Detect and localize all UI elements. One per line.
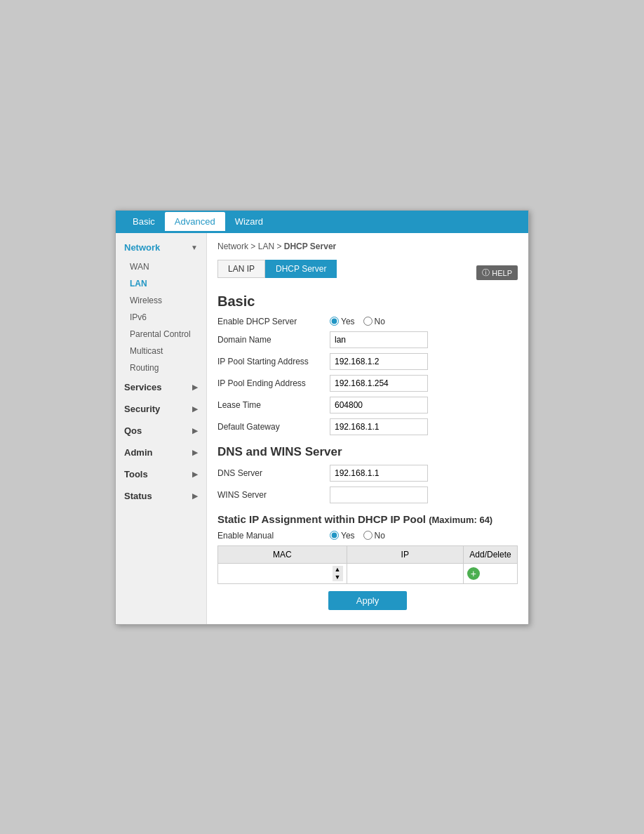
dns-server-row: DNS Server (217, 465, 518, 482)
dns-server-label: DNS Server (217, 468, 330, 478)
default-gateway-label: Default Gateway (217, 422, 330, 432)
enable-manual-yes[interactable]: Yes (330, 531, 355, 541)
chevron-right-icon: ▶ (192, 427, 198, 435)
sidebar-sub-lan[interactable]: LAN (116, 275, 206, 292)
dns-server-input[interactable] (330, 465, 428, 482)
sidebar-item-tools[interactable]: Tools ▶ (116, 463, 206, 485)
add-row-button[interactable]: + (467, 567, 480, 580)
sidebar-sub-multicast[interactable]: Multicast (116, 343, 206, 359)
wins-server-input[interactable] (330, 486, 428, 503)
domain-name-label: Domain Name (217, 335, 330, 345)
sidebar-item-network[interactable]: Network ▼ (116, 237, 206, 258)
sidebar-item-qos[interactable]: Qos ▶ (116, 420, 206, 442)
enable-dhcp-radio-group: Yes No (330, 317, 385, 326)
chevron-down-icon: ▼ (191, 244, 198, 251)
ip-input[interactable] (351, 567, 459, 580)
breadcrumb-lan: LAN (258, 241, 274, 251)
chevron-right-icon: ▶ (192, 383, 198, 391)
enable-dhcp-label: Enable DHCP Server (217, 317, 330, 326)
enable-manual-yes-radio[interactable] (330, 531, 339, 540)
mac-cell: ▲ ▼ (218, 563, 347, 583)
sidebar-sub-parental-control[interactable]: Parental Control (116, 326, 206, 343)
enable-manual-row: Enable Manual Yes No (217, 531, 518, 541)
sidebar-section-network: Network ▼ WAN LAN Wireless IPv6 Parental… (116, 237, 206, 376)
static-ip-table: MAC IP Add/Delete ▲ (217, 545, 518, 584)
default-gateway-input[interactable] (330, 418, 428, 435)
chevron-right-icon: ▶ (192, 470, 198, 478)
mac-stepper-down[interactable]: ▼ (333, 574, 343, 581)
dns-wins-title: DNS and WINS Server (217, 445, 518, 459)
body-layout: Network ▼ WAN LAN Wireless IPv6 Parental… (116, 233, 528, 624)
sidebar-item-services[interactable]: Services ▶ (116, 376, 206, 398)
wins-server-label: WINS Server (217, 490, 330, 500)
lease-time-input[interactable] (330, 397, 428, 413)
enable-manual-radio-group: Yes No (330, 531, 385, 541)
ip-pool-end-input[interactable] (330, 375, 428, 392)
domain-name-row: Domain Name (217, 331, 518, 348)
tab-lan-ip[interactable]: LAN IP (217, 260, 265, 278)
ip-pool-start-row: IP Pool Starting Address (217, 353, 518, 370)
ip-pool-start-label: IP Pool Starting Address (217, 357, 330, 366)
mac-input[interactable] (222, 567, 331, 580)
breadcrumb-current: DHCP Server (284, 241, 336, 251)
sidebar-sub-ipv6[interactable]: IPv6 (116, 309, 206, 326)
sidebar-sub-routing[interactable]: Routing (116, 359, 206, 376)
sidebar: Network ▼ WAN LAN Wireless IPv6 Parental… (116, 233, 207, 624)
enable-dhcp-row: Enable DHCP Server Yes No (217, 317, 518, 326)
ip-pool-end-row: IP Pool Ending Address (217, 375, 518, 392)
wins-server-row: WINS Server (217, 486, 518, 503)
enable-dhcp-no[interactable]: No (363, 317, 385, 326)
enable-dhcp-yes-radio[interactable] (330, 317, 339, 326)
sidebar-item-security[interactable]: Security ▶ (116, 398, 206, 420)
sidebar-item-status[interactable]: Status ▶ (116, 485, 206, 507)
basic-section-title: Basic (217, 293, 518, 310)
lease-time-label: Lease Time (217, 400, 330, 410)
add-delete-cell: + (463, 563, 517, 583)
help-button[interactable]: ⓘ HELP (476, 265, 518, 280)
top-navigation: Basic Advanced Wizard (116, 211, 528, 233)
domain-name-input[interactable] (330, 331, 428, 348)
sidebar-sub-wireless[interactable]: Wireless (116, 292, 206, 309)
ip-cell (347, 563, 463, 583)
enable-manual-no-radio[interactable] (363, 531, 373, 540)
sidebar-sub-wan[interactable]: WAN (116, 258, 206, 275)
tab-dhcp-server[interactable]: DHCP Server (265, 260, 337, 278)
chevron-right-icon: ▶ (192, 405, 198, 413)
nav-wizard[interactable]: Wizard (225, 212, 273, 231)
mac-stepper-up[interactable]: ▲ (333, 566, 343, 574)
col-ip: IP (347, 545, 463, 563)
chevron-right-icon: ▶ (192, 492, 198, 500)
sidebar-item-admin[interactable]: Admin ▶ (116, 442, 206, 463)
nav-basic[interactable]: Basic (123, 212, 165, 231)
help-icon: ⓘ (482, 267, 490, 278)
enable-manual-no[interactable]: No (363, 531, 385, 541)
breadcrumb-network: Network (217, 241, 248, 251)
lease-time-row: Lease Time (217, 397, 518, 413)
apply-button[interactable]: Apply (328, 591, 408, 610)
ip-pool-end-label: IP Pool Ending Address (217, 378, 330, 388)
table-row: ▲ ▼ + (218, 563, 518, 583)
enable-dhcp-no-radio[interactable] (363, 317, 373, 326)
col-mac: MAC (218, 545, 347, 563)
enable-manual-label: Enable Manual (217, 531, 330, 541)
enable-dhcp-yes[interactable]: Yes (330, 317, 355, 326)
col-add-delete: Add/Delete (463, 545, 517, 563)
mac-stepper: ▲ ▼ (333, 566, 343, 581)
ip-pool-start-input[interactable] (330, 353, 428, 370)
nav-advanced[interactable]: Advanced (165, 212, 225, 231)
default-gateway-row: Default Gateway (217, 418, 518, 435)
main-content: Network > LAN > DHCP Server LAN IP DHCP … (207, 233, 528, 624)
static-ip-title: Static IP Assignment within DHCP IP Pool… (217, 513, 518, 525)
tab-bar: LAN IP DHCP Server (217, 260, 337, 278)
breadcrumb: Network > LAN > DHCP Server (217, 239, 518, 254)
chevron-right-icon: ▶ (192, 449, 198, 456)
